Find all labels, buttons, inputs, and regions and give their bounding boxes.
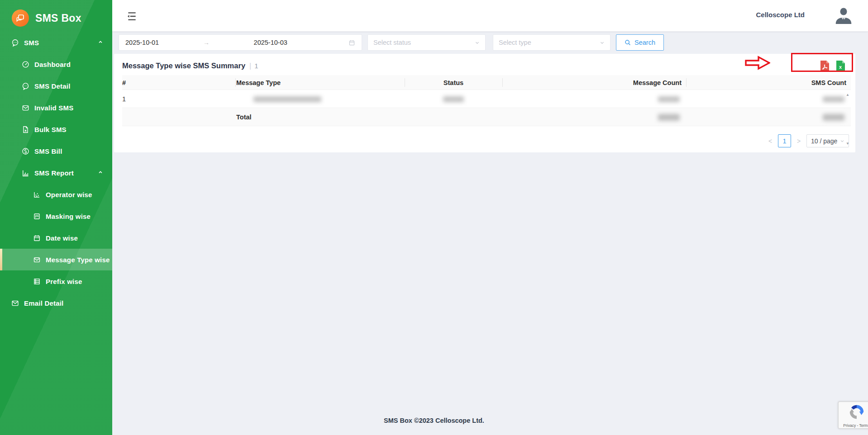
range-arrow-icon: → [159,39,253,46]
sidebar-item-label: Date wise [46,234,78,242]
column-header-message-count: Message Count [502,75,686,90]
cell-index: 1 [122,90,235,108]
sidebar-item-label: Email Detail [24,299,63,307]
user-avatar[interactable] [834,6,854,26]
summary-card: Message Type wise SMS Summary | 1 x # [114,54,855,152]
chevron-down-icon [475,40,480,45]
dollar-circle-icon [22,147,29,155]
cell-message-count-redacted [502,90,686,108]
sidebar-item-label: Bulk SMS [34,126,67,133]
cell-total-message-count-redacted [502,108,686,126]
recaptcha-logo-icon [848,403,865,421]
sms-box-logo-icon [12,9,29,27]
menu-fold-icon[interactable] [126,10,138,22]
filter-bar: 2025-10-01 → 2025-10-03 Select status Se… [119,34,664,51]
scroll-up-icon[interactable]: ▲ [846,93,849,97]
record-count: 1 [254,62,258,70]
chevron-down-icon [840,139,844,143]
page-size-value: 10 / page [811,137,837,145]
company-name: Celloscope Ltd [756,11,805,19]
sidebar-item-message-type-wise[interactable]: Message Type wise [0,249,112,270]
page-number-button[interactable]: 1 [778,134,791,147]
app-title: SMS Box [35,12,81,24]
file-x-icon [22,126,29,133]
cell-empty [405,108,502,126]
sidebar-item-sms-detail[interactable]: SMS Detail [0,75,112,97]
sidebar-item-sms-report[interactable]: SMS Report [0,162,112,184]
envelope-icon [11,299,19,307]
cell-empty [122,108,235,126]
calendar-icon [33,234,41,242]
search-button[interactable]: Search [616,34,664,51]
search-button-label: Search [634,39,655,46]
sidebar-item-label: Masking wise [46,213,91,220]
sidebar-item-label: SMS Bill [34,147,62,155]
cell-sms-count-redacted [686,90,851,108]
cell-total-label: Total [235,108,405,126]
sidebar: SMS Box SMS Dashboard [0,0,112,435]
recaptcha-privacy-terms[interactable]: Privacy - Terms [839,423,868,428]
dot-chart-icon [33,191,41,199]
page-title: Message Type wise SMS Summary [122,61,245,70]
prev-page-button[interactable]: < [767,137,774,145]
table-row: 1 [122,90,851,108]
sidebar-item-label: Prefix wise [46,278,82,285]
app-window: SMS Box SMS Dashboard [0,0,868,435]
sidebar-item-label: SMS Detail [34,82,71,90]
date-to-value[interactable]: 2025-10-03 [254,39,348,46]
date-range-picker[interactable]: 2025-10-01 → 2025-10-03 [119,34,362,51]
sidebar-item-masking-wise[interactable]: Masking wise [0,205,112,227]
sidebar-item-operator-wise[interactable]: Operator wise [0,184,112,205]
chevron-up-icon [98,170,103,175]
message-icon [11,39,19,47]
annotation-highlight-box [791,53,853,72]
title-separator: | [249,62,251,70]
sidebar-item-bulk-sms[interactable]: Bulk SMS [0,118,112,140]
sidebar-item-sms[interactable]: SMS [0,32,112,53]
sidebar-item-invalid-sms[interactable]: Invalid SMS [0,97,112,118]
card-header: Message Type wise SMS Summary | 1 x [122,54,851,75]
type-select[interactable]: Select type [493,34,610,51]
search-icon [625,39,631,46]
table-total-row: Total [122,108,851,126]
cell-message-type-redacted [235,90,405,108]
sidebar-nav: SMS Dashboard SMS Detail [0,32,112,314]
calendar-icon [348,39,355,46]
cell-status-redacted [405,90,502,108]
pagination: < 1 > 10 / page [122,134,851,147]
sidebar-item-label: SMS [24,39,39,47]
sidebar-item-label: Message Type wise [46,256,110,264]
type-select-placeholder: Select type [499,39,531,46]
annotation-arrow-icon [745,56,770,70]
recaptcha-badge[interactable]: Privacy - Terms [838,402,868,429]
sidebar-item-label: Invalid SMS [34,104,73,112]
sidebar-item-email-detail[interactable]: Email Detail [0,292,112,314]
column-header-status: Status [405,75,502,90]
date-from-value[interactable]: 2025-10-01 [125,39,159,46]
status-select[interactable]: Select status [367,34,486,51]
scroll-down-icon[interactable]: ▼ [846,142,849,146]
page-size-select[interactable]: 10 / page [806,134,849,147]
column-header-index: # [122,75,235,90]
cell-total-sms-count-redacted [686,108,851,126]
table-header-row: # Message Type Status Message Count SMS … [122,75,851,90]
chevron-down-icon [600,40,605,45]
sidebar-item-prefix-wise[interactable]: Prefix wise [0,270,112,292]
app-logo[interactable]: SMS Box [0,0,112,29]
summary-table: # Message Type Status Message Count SMS … [122,75,851,126]
sidebar-item-label: Operator wise [46,191,92,199]
invalid-mail-icon [22,104,29,112]
chat-icon [22,82,29,90]
sidebar-item-label: Dashboard [34,61,71,68]
footer-text: SMS Box ©2023 Celloscope Ltd. [0,417,868,424]
next-page-button[interactable]: > [795,137,802,145]
sidebar-item-sms-bill[interactable]: SMS Bill [0,140,112,162]
sidebar-item-date-wise[interactable]: Date wise [0,227,112,249]
mail-icon [33,256,41,264]
top-header: Celloscope Ltd [112,0,868,32]
column-header-message-type: Message Type [235,75,405,90]
bar-chart-icon [22,169,29,177]
project-icon [33,213,41,220]
sidebar-item-dashboard[interactable]: Dashboard [0,53,112,75]
dashboard-icon [22,61,29,68]
